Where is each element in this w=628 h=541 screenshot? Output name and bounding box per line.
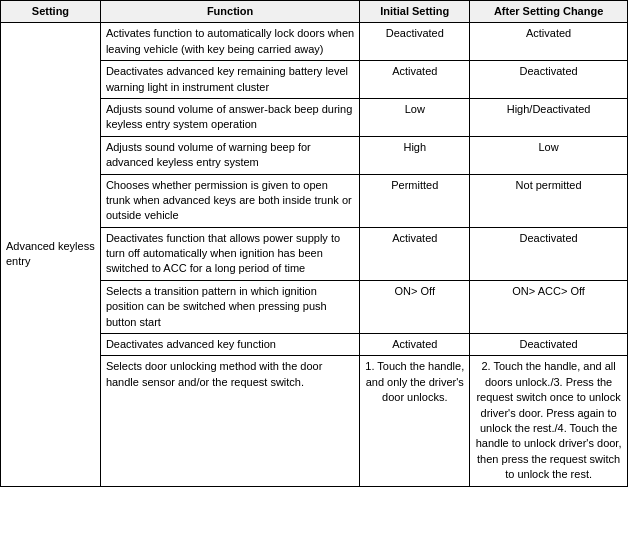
after-cell: Activated	[470, 23, 628, 61]
function-cell: Activates function to automatically lock…	[100, 23, 359, 61]
function-cell: Chooses whether permission is given to o…	[100, 174, 359, 227]
initial-cell: Permitted	[360, 174, 470, 227]
header-setting: Setting	[1, 1, 101, 23]
initial-cell: Deactivated	[360, 23, 470, 61]
after-cell: Deactivated	[470, 61, 628, 99]
function-cell: Adjusts sound volume of answer-back beep…	[100, 98, 359, 136]
after-cell: Deactivated	[470, 334, 628, 356]
initial-cell: Activated	[360, 334, 470, 356]
header-after: After Setting Change	[470, 1, 628, 23]
after-cell: Low	[470, 136, 628, 174]
after-cell: ON> ACC> Off	[470, 280, 628, 333]
initial-cell: Low	[360, 98, 470, 136]
function-cell: Deactivates function that allows power s…	[100, 227, 359, 280]
initial-cell: 1. Touch the handle, and only the driver…	[360, 356, 470, 486]
initial-cell: High	[360, 136, 470, 174]
function-cell: Selects door unlocking method with the d…	[100, 356, 359, 486]
after-cell: Not permitted	[470, 174, 628, 227]
after-cell: Deactivated	[470, 227, 628, 280]
header-function: Function	[100, 1, 359, 23]
initial-cell: Activated	[360, 227, 470, 280]
header-initial: Initial Setting	[360, 1, 470, 23]
function-cell: Deactivates advanced key remaining batte…	[100, 61, 359, 99]
setting-cell: Advanced keyless entry	[1, 23, 101, 486]
function-cell: Deactivates advanced key function	[100, 334, 359, 356]
function-cell: Selects a transition pattern in which ig…	[100, 280, 359, 333]
function-cell: Adjusts sound volume of warning beep for…	[100, 136, 359, 174]
after-cell: 2. Touch the handle, and all doors unloc…	[470, 356, 628, 486]
after-cell: High/Deactivated	[470, 98, 628, 136]
initial-cell: Activated	[360, 61, 470, 99]
initial-cell: ON> Off	[360, 280, 470, 333]
